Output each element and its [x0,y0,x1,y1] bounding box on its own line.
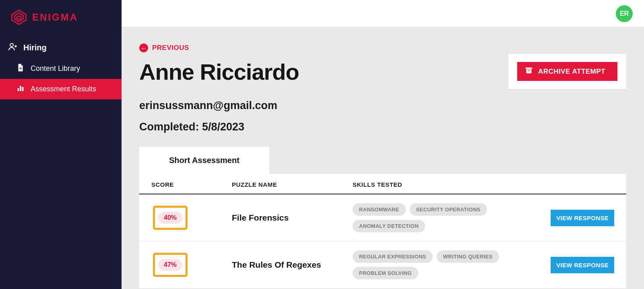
header-row: Anne Ricciardo ARCHIVE ATTEMPT [139,59,626,89]
column-score: SCORE [151,181,232,188]
content: ← PREVIOUS Anne Ricciardo ARCHIVE ATTEMP… [122,27,644,289]
previous-link[interactable]: ← PREVIOUS [139,43,189,52]
svg-rect-10 [528,70,530,71]
assessment-section: Short Assessment SCORE PUZZLE NAME SKILL… [139,147,626,288]
score-highlight: 40% [153,206,188,230]
skill-chip: SECURITY OPERATIONS [410,203,487,216]
svg-point-3 [10,43,13,47]
svg-marker-0 [12,10,26,25]
svg-marker-2 [17,16,21,20]
view-response-button[interactable]: VIEW RESPONSE [551,210,614,226]
arrow-left-icon: ← [139,43,148,52]
skill-chip: PROBLEM SOLVING [353,267,418,279]
svg-marker-1 [15,13,23,22]
column-puzzle-name: PUZZLE NAME [232,181,353,188]
nav-section-label: Hiring [23,43,47,52]
action-cell: VIEW RESPONSE [546,257,614,273]
previous-label: PREVIOUS [152,44,189,52]
sidebar-item-assessment-results[interactable]: Assessment Results [0,79,122,99]
candidate-email: erinsussmann@gmail.com [139,99,626,112]
archive-button-label: ARCHIVE ATTEMPT [538,68,605,76]
brand-logo-icon [10,9,27,26]
svg-rect-9 [526,68,533,69]
document-icon [16,63,25,74]
skill-chip: WRITING QUERIES [437,250,499,263]
table-row: 40% File Forensics RANSOMWARE SECURITY O… [139,194,626,242]
sidebar-item-label: Assessment Results [31,85,96,93]
candidate-name: Anne Ricciardo [139,59,299,85]
svg-rect-5 [19,69,22,69]
puzzle-name: File Forensics [232,213,353,223]
svg-rect-7 [20,86,21,91]
tab-short-assessment[interactable]: Short Assessment [139,147,269,174]
skill-chip: RANSOMWARE [353,203,406,216]
nav-section-hiring[interactable]: Hiring [0,37,122,58]
bar-chart-icon [16,84,25,95]
archive-icon [524,66,533,77]
sidebar-item-content-library[interactable]: Content Library [0,58,122,79]
score-highlight: 47% [153,253,188,277]
sidebar: ENIGMA Hiring Content Library [0,0,122,289]
archive-attempt-button[interactable]: ARCHIVE ATTEMPT [517,62,617,81]
puzzle-name: The Rules Of Regexes [232,260,353,270]
skills-cell: REGULAR EXPRESSIONS WRITING QUERIES PROB… [353,250,546,279]
svg-rect-8 [22,87,24,91]
score-pill: 47% [158,259,182,271]
sidebar-item-label: Content Library [31,64,80,73]
table-row: 47% The Rules Of Regexes REGULAR EXPRESS… [139,242,626,288]
user-plus-icon [8,42,18,54]
score-cell: 40% [151,206,232,230]
view-response-button[interactable]: VIEW RESPONSE [551,257,614,273]
topbar: ER [122,0,644,27]
results-table: SCORE PUZZLE NAME SKILLS TESTED 40% File… [139,174,626,288]
avatar[interactable]: ER [616,5,633,22]
score-pill: 40% [158,212,182,224]
skills-cell: RANSOMWARE SECURITY OPERATIONS ANOMALY D… [353,203,546,232]
column-skills-tested: SKILLS TESTED [353,181,546,188]
brand-name: ENIGMA [32,12,78,23]
score-cell: 47% [151,253,232,277]
archive-card: ARCHIVE ATTEMPT [508,54,626,89]
brand: ENIGMA [0,0,122,37]
skill-chip: ANOMALY DETECTION [353,220,425,232]
table-header: SCORE PUZZLE NAME SKILLS TESTED [139,174,626,194]
action-cell: VIEW RESPONSE [546,210,614,226]
completed-date: Completed: 5/8/2023 [139,121,626,133]
svg-rect-4 [19,68,22,68]
tab-row: Short Assessment [139,147,626,174]
svg-rect-6 [18,88,19,91]
skill-chip: REGULAR EXPRESSIONS [353,250,433,263]
main: ER ← PREVIOUS Anne Ricciardo ARCHIVE AT [122,0,644,289]
